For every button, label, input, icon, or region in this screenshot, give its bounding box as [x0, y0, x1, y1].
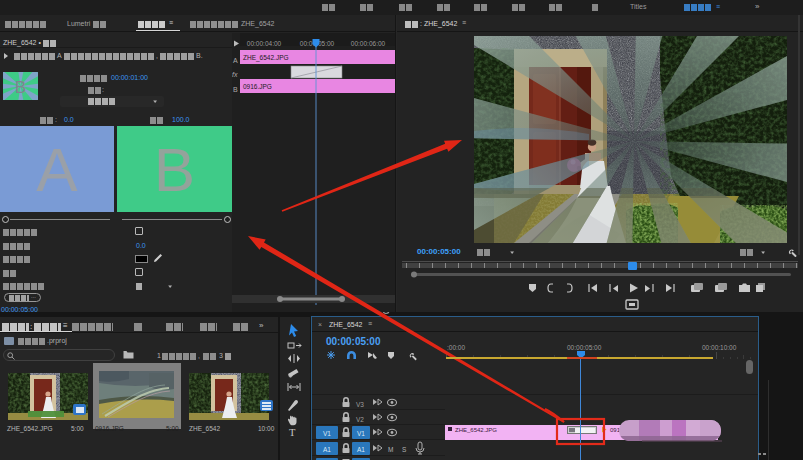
- svg-text:00:00:06:00: 00:00:06:00: [351, 40, 386, 47]
- svg-text:V1: V1: [323, 430, 331, 437]
- svg-text:T: T: [289, 427, 296, 438]
- svg-text:S: S: [402, 446, 407, 453]
- svg-text:fx: fx: [232, 71, 238, 78]
- svg-text:B: B: [15, 78, 26, 97]
- svg-text:A1: A1: [323, 446, 331, 453]
- svg-text:V2: V2: [356, 416, 364, 423]
- svg-text:00:00:04:00: 00:00:04:00: [247, 40, 282, 47]
- svg-text:V3: V3: [356, 401, 364, 408]
- svg-text:M: M: [388, 446, 393, 453]
- svg-text:ZHE_6542.JPG: ZHE_6542.JPG: [243, 54, 289, 62]
- svg-text:A: A: [233, 57, 238, 64]
- svg-text:A1: A1: [357, 446, 365, 453]
- svg-text:0916.JPG: 0916.JPG: [243, 83, 272, 90]
- svg-text:B: B: [233, 86, 238, 93]
- svg-text:V1: V1: [357, 430, 365, 437]
